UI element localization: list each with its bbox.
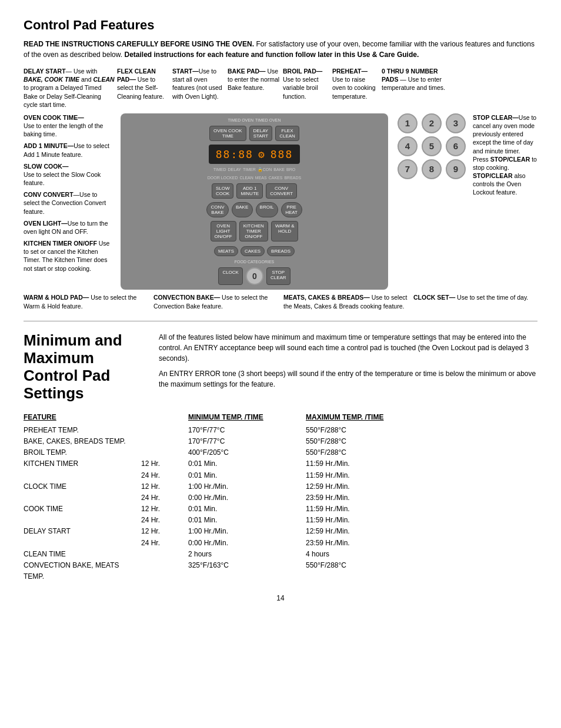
label-oven-cook-time: OVEN COOK TIME—Use to enter the length o… — [24, 113, 115, 139]
oven-btn-cakes[interactable]: CAKES — [241, 246, 265, 256]
oven-btn-flex-clean[interactable]: FLEXCLEAN — [275, 126, 299, 141]
oven-btn-broil[interactable]: BROIL — [256, 202, 278, 217]
oven-diagram-area: OVEN COOK TIME—Use to enter the length o… — [24, 113, 537, 290]
feature-preheat: PREHEAT— Use to raise oven to cooking te… — [332, 67, 379, 109]
number-pad: 1 2 3 4 5 6 7 8 9 — [398, 113, 467, 179]
section-title-block: Minimum and Maximum Control Pad Settings — [24, 332, 141, 402]
label-conv-convert: CONV CONVERT—Use to select the Convectio… — [24, 190, 115, 216]
label-warm-hold: WARM & HOLD PAD— Use to select the Warm … — [24, 293, 148, 310]
table-row: BROIL TEMP.400°F/205°C550°F/288°C — [24, 447, 537, 458]
oven-btn-0[interactable]: 0 — [246, 267, 263, 285]
oven-btn-bake[interactable]: BAKE — [232, 202, 253, 217]
table-row: KITCHEN TIMER12 Hr.0:01 Min.11:59 Hr./Mi… — [24, 458, 537, 469]
label-kitchen-timer: KITCHEN TIMER ON/OFF Use to set or cance… — [24, 239, 115, 273]
min-max-section: Minimum and Maximum Control Pad Settings… — [24, 332, 537, 402]
col-header-feature: FEATURE — [24, 413, 188, 421]
display-right: 888 — [271, 148, 293, 160]
feature-0thru9: 0 THRU 9 NUMBER PADS — Use to enter temp… — [382, 67, 452, 109]
oven-btn-slow-cook[interactable]: SLOWCOOK — [212, 183, 234, 199]
status-row1: TIMED DELAY TIMER 🔒CON BAKE BRO — [213, 167, 295, 172]
top-feature-labels: DELAY START— Use with BAKE, COOK TIME an… — [24, 67, 537, 109]
table-row: CLOCK TIME12 Hr.1:00 Hr./Min.12:59 Hr./M… — [24, 481, 537, 492]
oven-btn-meats[interactable]: MEATS — [214, 246, 238, 256]
left-panel-labels: OVEN COOK TIME—Use to enter the length o… — [24, 113, 115, 276]
section-desc1: All of the features listed below have mi… — [159, 332, 537, 364]
right-panel-labels: STOP CLEAR—Use to cancel any oven mode p… — [473, 113, 537, 197]
oven-btn-conv-bake[interactable]: CONVBAKE — [206, 202, 228, 217]
num-btn-6[interactable]: 6 — [446, 136, 466, 156]
oven-panel: TIMED OVEN TIMED OVEN OVEN COOKTIME DELA… — [121, 113, 388, 290]
table-row: 24 Hr.0:01 Min.11:59 Hr./Min. — [24, 470, 537, 481]
label-clock-set: CLOCK SET— Use to set the time of day. — [413, 293, 537, 310]
col-header-min: MINIMUM TEMP. /TIME — [188, 413, 306, 421]
table-row: 24 Hr.0:00 Hr./Min.23:59 Hr./Min. — [24, 538, 537, 549]
feature-flex-clean: FLEX CLEAN PAD— Use to select the Self-C… — [117, 67, 170, 109]
label-oven-light: OVEN LIGHT—Use to turn the oven light ON… — [24, 219, 115, 236]
section-desc2: An ENTRY ERROR tone (3 short beeps) will… — [159, 368, 537, 390]
oven-btn-conv-convert[interactable]: CONVCONVERT — [266, 183, 297, 199]
label-stop-clear: STOP CLEAR—Use to cancel any oven mode p… — [473, 113, 537, 197]
section-divider — [24, 321, 537, 321]
num-btn-2[interactable]: 2 — [422, 113, 442, 133]
table-row: 24 Hr.0:00 Hr./Min.23:59 Hr./Min. — [24, 492, 537, 504]
table-row: 24 Hr.0:01 Min.11:59 Hr./Min. — [24, 515, 537, 526]
label-add-1-minute: ADD 1 MINUTE—Use to select Add 1 Minute … — [24, 142, 115, 158]
page-number: 14 — [24, 594, 537, 602]
food-categories-label: FOOD CATEGORIES — [235, 260, 275, 264]
display-icon: ⚙ — [258, 148, 266, 160]
label-conv-bake: CONVECTION BAKE— Use to select the Conve… — [153, 293, 278, 310]
oven-light-row: OVENLIGHTON/OFF KITCHENTIMERON/OFF WARM … — [211, 221, 299, 241]
section-heading: Minimum and Maximum Control Pad Settings — [24, 332, 141, 402]
oven-btn-stop-clear[interactable]: STOPCLEAR — [266, 267, 290, 285]
label-slow-cook: SLOW COOK—Use to select the Slow Cook fe… — [24, 162, 115, 187]
oven-buttons-row2: SLOWCOOK ADD 1MINUTE CONVCONVERT — [212, 183, 297, 199]
table-row: COOK TIME12 Hr.0:01 Min.11:59 Hr./Min. — [24, 504, 537, 515]
feature-bake-pad: BAKE PAD— Use to enter the normal Bake f… — [228, 67, 280, 109]
feature-broil-pad: BROIL PAD— Use to select variable broil … — [283, 67, 330, 109]
oven-btn-kitchen-timer[interactable]: KITCHENTIMERON/OFF — [239, 221, 268, 241]
food-categories: MEATS CAKES BREADS — [214, 246, 295, 256]
feature-delay-start: DELAY START— Use with BAKE, COOK TIME an… — [24, 67, 115, 109]
oven-bottom-row: CLOCK 0 STOPCLEAR — [218, 267, 290, 285]
num-btn-1[interactable]: 1 — [398, 113, 418, 133]
oven-btn-clock[interactable]: CLOCK — [218, 267, 243, 285]
intro-bold2: Detailed instructions for each feature a… — [124, 51, 419, 59]
feature-start: START—Use to start all oven features (no… — [172, 67, 225, 109]
bottom-diagram-labels: WARM & HOLD PAD— Use to select the Warm … — [24, 293, 537, 310]
oven-btn-add-minute[interactable]: ADD 1MINUTE — [236, 183, 263, 199]
oven-btn-oven-light[interactable]: OVENLIGHTON/OFF — [211, 221, 236, 241]
panel-top-labels: TIMED OVEN TIMED OVEN — [228, 118, 280, 122]
table-row: DELAY START12 Hr.1:00 Hr./Min.12:59 Hr./… — [24, 526, 537, 537]
page-title: Control Pad Features — [24, 18, 537, 33]
num-btn-9[interactable]: 9 — [446, 159, 466, 179]
table-row: CONVECTION BAKE, MEATS TEMP.325°F/163°C5… — [24, 560, 537, 582]
oven-display: 88:88 ⚙ 888 — [209, 145, 300, 164]
table-row: BAKE, CAKES, BREADS TEMP.170°F/77°C550°F… — [24, 436, 537, 447]
oven-btn-breads[interactable]: BREADS — [267, 246, 295, 256]
num-btn-4[interactable]: 4 — [398, 136, 418, 156]
table-row: CLEAN TIME2 hours4 hours — [24, 549, 537, 560]
col-header-max: MAXIMUM TEMP. /TIME — [306, 413, 423, 421]
oven-btn-delay-start[interactable]: DELAYSTART — [249, 126, 273, 141]
num-btn-3[interactable]: 3 — [446, 113, 466, 133]
settings-table: FEATURE MINIMUM TEMP. /TIME MAXIMUM TEMP… — [24, 413, 537, 583]
oven-buttons-row1: OVEN COOKTIME DELAYSTART FLEXCLEAN — [209, 126, 299, 141]
table-header-row: FEATURE MINIMUM TEMP. /TIME MAXIMUM TEMP… — [24, 413, 537, 422]
oven-btn-preheat[interactable]: PREHEAT — [281, 202, 302, 217]
label-meats-cakes: MEATS, CAKES & BREADS— Use to select the… — [283, 293, 408, 310]
oven-bake-row: CONVBAKE BAKE BROIL PREHEAT — [206, 202, 302, 217]
intro-bold: READ THE INSTRUCTIONS CAREFULLY BEFORE U… — [24, 40, 254, 48]
intro-paragraph: READ THE INSTRUCTIONS CAREFULLY BEFORE U… — [24, 39, 537, 60]
num-btn-7[interactable]: 7 — [398, 159, 418, 179]
section-description: All of the features listed below have mi… — [159, 332, 537, 394]
num-btn-5[interactable]: 5 — [422, 136, 442, 156]
num-btn-8[interactable]: 8 — [422, 159, 442, 179]
display-time: 88:88 — [216, 148, 253, 160]
table-row: PREHEAT TEMP.170°F/77°C550°F/288°C — [24, 425, 537, 436]
oven-btn-cook-time[interactable]: OVEN COOKTIME — [209, 126, 246, 141]
oven-btn-warm-hold[interactable]: WARM &HOLD — [271, 221, 299, 241]
status-row2: DOOR LOCKED CLEAN MEAS CAKES BREADS — [208, 176, 301, 180]
